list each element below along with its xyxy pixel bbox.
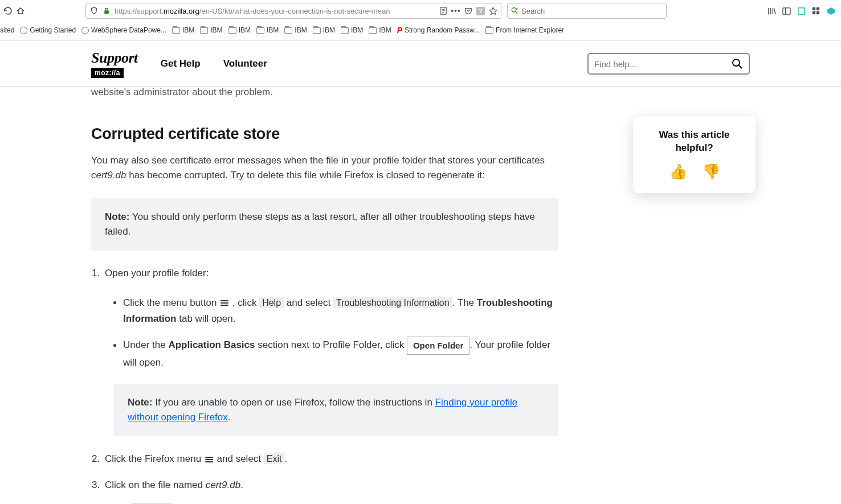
search-engine-icon <box>511 7 519 15</box>
substeps-list: Click the menu button , click Help and s… <box>105 295 558 437</box>
svg-rect-0 <box>104 10 109 14</box>
folder-icon <box>341 27 349 34</box>
intro-paragraph: You may also see certificate error messa… <box>91 153 558 183</box>
svg-line-6 <box>516 12 517 14</box>
feedback-title: Was this article helpful? <box>643 129 745 155</box>
reader-icon[interactable] <box>439 6 448 15</box>
browser-search-bar[interactable] <box>507 3 667 19</box>
bookmark-item[interactable]: IBM <box>341 26 363 34</box>
bookmark-item[interactable]: From Internet Explorer <box>485 26 564 34</box>
svg-point-7 <box>516 8 517 10</box>
bookmark-item[interactable]: Getting Started <box>20 26 76 34</box>
library-icon[interactable] <box>767 6 776 15</box>
bookmark-item[interactable]: sited <box>0 26 14 34</box>
pocket-icon[interactable] <box>464 6 473 15</box>
mozilla-support-logo[interactable]: Support moz://a <box>91 50 138 78</box>
p-icon: P <box>397 26 402 35</box>
article-body: website's administrator about the proble… <box>91 87 558 504</box>
globe-icon <box>81 27 89 34</box>
step-item: Click on the file named cert9.db. <box>103 477 558 493</box>
menu-label-troubleshooting: Troubleshooting Information <box>333 297 452 308</box>
steps-list: Open your profile folder: Click the menu… <box>91 265 558 504</box>
note-box: Note: If you are unable to open or use F… <box>114 384 558 437</box>
svg-rect-14 <box>798 7 804 14</box>
note-label: Note: <box>128 397 152 408</box>
addon-icon[interactable] <box>811 6 820 15</box>
folder-icon <box>369 27 377 34</box>
url-text: https://support.mozilla.org/en-US/kb/wha… <box>115 7 435 15</box>
site-search-input[interactable] <box>594 59 732 69</box>
bookmark-item[interactable]: IBM <box>369 26 391 34</box>
screenshot-icon[interactable] <box>797 6 806 15</box>
bookmark-item[interactable]: PStrong Random Passw... <box>397 26 480 35</box>
nav-volunteer[interactable]: Volunteer <box>223 58 267 69</box>
svg-point-20 <box>733 59 740 66</box>
svg-point-5 <box>512 8 516 12</box>
bookmark-item[interactable]: WebSphere DataPowe... <box>81 26 166 34</box>
url-bar[interactable]: https://support.mozilla.org/en-US/kb/wha… <box>85 3 501 19</box>
svg-line-21 <box>739 65 742 68</box>
shield-icon[interactable] <box>89 6 99 15</box>
bookmark-item[interactable]: IBM <box>172 26 194 34</box>
logo-text-top: Support <box>91 50 138 67</box>
globe-icon <box>20 27 27 34</box>
filename: cert9.db <box>206 480 240 490</box>
step-item: Open your profile folder: Click the menu… <box>103 265 558 436</box>
bookmark-item[interactable]: IBM <box>256 26 279 34</box>
note-label: Note: <box>105 211 129 222</box>
extension-icon[interactable] <box>826 6 835 15</box>
svg-rect-16 <box>816 7 819 10</box>
folder-icon <box>228 27 236 34</box>
svg-line-11 <box>774 7 775 14</box>
bookmark-item[interactable]: IBM <box>228 26 251 34</box>
folder-icon <box>313 27 321 34</box>
bookmark-item[interactable]: IBM <box>313 26 335 34</box>
search-icon[interactable] <box>732 58 743 69</box>
site-search[interactable] <box>587 53 750 75</box>
sidebar-icon[interactable] <box>782 6 791 15</box>
thumbs-down-icon[interactable]: 👎 <box>702 163 720 181</box>
lock-icon[interactable] <box>102 6 111 15</box>
bookmarks-bar: sited Getting Started WebSphere DataPowe… <box>0 22 841 40</box>
help-icon[interactable]: ? <box>476 7 485 15</box>
meatball-icon[interactable]: ••• <box>451 6 460 15</box>
folder-icon <box>172 27 180 34</box>
nav-get-help[interactable]: Get Help <box>161 58 201 69</box>
svg-marker-19 <box>827 7 834 14</box>
star-icon[interactable] <box>488 6 497 15</box>
bookmark-item[interactable]: IBM <box>284 26 307 34</box>
toolbar-right <box>767 6 835 15</box>
svg-rect-15 <box>813 7 815 10</box>
browser-search-input[interactable] <box>521 7 663 15</box>
bold-text: Application Basics <box>168 340 255 351</box>
feedback-card: Was this article helpful? 👍 👎 <box>633 116 756 193</box>
site-header: Support moz://a Get Help Volunteer <box>0 40 841 87</box>
folder-icon <box>485 27 493 34</box>
reload-icon[interactable] <box>3 6 13 15</box>
home-icon[interactable] <box>16 6 25 15</box>
substep-item: Under the Application Basics section nex… <box>123 337 558 436</box>
browser-chrome: https://support.mozilla.org/en-US/kb/wha… <box>0 0 841 40</box>
svg-rect-17 <box>813 11 815 14</box>
svg-rect-18 <box>816 11 819 14</box>
open-folder-button-label: Open Folder <box>407 337 470 355</box>
thumbs-up-icon[interactable]: 👍 <box>669 163 687 181</box>
filename: cert9.db <box>91 170 126 181</box>
step-item: Click the Firefox menu and select Exit. <box>103 451 558 466</box>
section-heading: Corrupted certificate store <box>91 125 558 143</box>
folder-icon <box>256 27 264 34</box>
menu-label-help: Help <box>259 297 284 308</box>
logo-text-bottom: moz://a <box>91 68 124 78</box>
folder-icon <box>284 27 292 34</box>
folder-icon <box>200 27 208 34</box>
substep-item: Click the menu button , click Help and s… <box>123 295 558 328</box>
note-box: Note: You should only perform these step… <box>91 198 558 251</box>
prev-paragraph-cutoff: website's administrator about the proble… <box>91 87 558 98</box>
hamburger-icon <box>221 299 228 307</box>
nav-toolbar: https://support.mozilla.org/en-US/kb/wha… <box>0 0 841 22</box>
bookmark-item[interactable]: IBM <box>200 26 222 34</box>
menu-label-exit: Exit <box>264 453 285 464</box>
hamburger-icon <box>205 456 213 464</box>
svg-rect-12 <box>782 7 790 14</box>
